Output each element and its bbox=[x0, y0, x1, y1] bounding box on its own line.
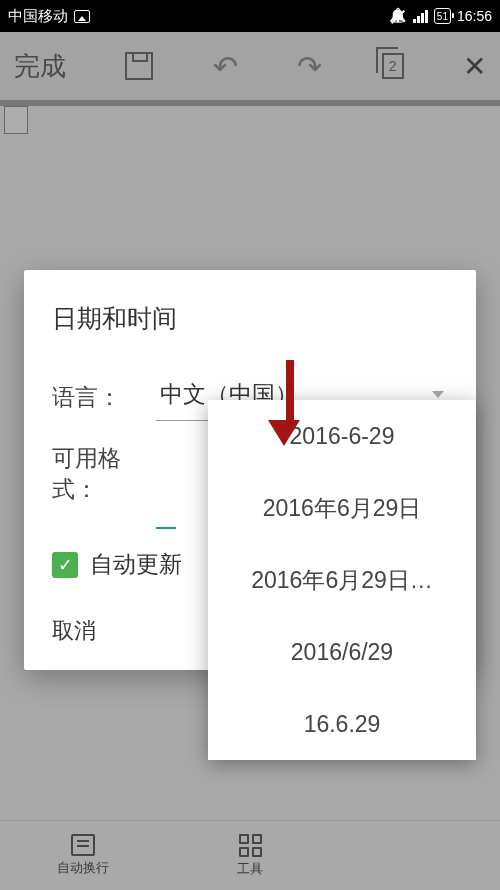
language-label: 语言： bbox=[52, 382, 156, 413]
format-option[interactable]: 2016年6月29日 bbox=[208, 472, 476, 544]
format-dropdown: 2016-6-29 2016年6月29日 2016年6月29日… 2016/6/… bbox=[208, 400, 476, 760]
status-bar: 中国移动 51 16:56 bbox=[0, 0, 500, 32]
battery-icon: 51 bbox=[434, 8, 451, 24]
picture-icon bbox=[74, 10, 90, 23]
signal-icon bbox=[413, 10, 428, 23]
silent-icon bbox=[389, 7, 407, 25]
dialog-title: 日期和时间 bbox=[52, 302, 448, 335]
format-option[interactable]: 2016-6-29 bbox=[208, 400, 476, 472]
format-field-stub bbox=[156, 505, 176, 529]
format-option[interactable]: 16.6.29 bbox=[208, 688, 476, 760]
format-label: 可用格式： bbox=[52, 443, 156, 505]
auto-update-checkbox[interactable]: ✓ bbox=[52, 552, 78, 578]
chevron-down-icon bbox=[432, 391, 444, 398]
carrier-label: 中国移动 bbox=[8, 7, 68, 26]
format-option[interactable]: 2016/6/29 bbox=[208, 616, 476, 688]
auto-update-label: 自动更新 bbox=[90, 549, 182, 580]
clock: 16:56 bbox=[457, 8, 492, 24]
format-option[interactable]: 2016年6月29日… bbox=[208, 544, 476, 616]
arrow-annotation bbox=[280, 360, 300, 446]
